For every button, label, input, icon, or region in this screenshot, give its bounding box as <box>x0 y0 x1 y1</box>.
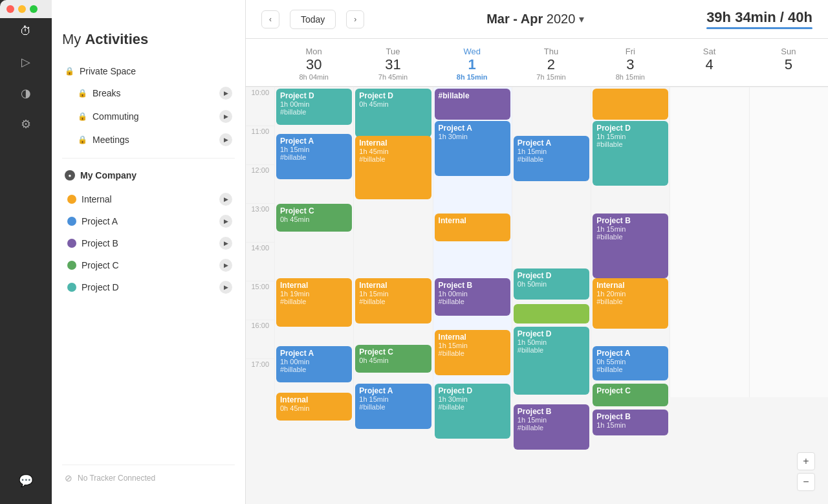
company-label: My Company <box>80 170 136 181</box>
company-icon: ● <box>65 170 75 181</box>
project-d[interactable]: Project D ▶ <box>62 276 235 298</box>
project-c-label: Project C <box>82 260 214 270</box>
today-button[interactable]: Today <box>290 10 336 29</box>
zoom-out-button[interactable]: − <box>797 473 815 491</box>
day-col-sun <box>749 87 828 397</box>
project-c[interactable]: Project C ▶ <box>62 254 235 276</box>
commuting-item[interactable]: 🔒 Commuting ▶ <box>62 105 235 128</box>
day-col-mon: Project D 1h 00min #billable Project A 1… <box>274 87 353 397</box>
day-header-tue: Tue 31 7h 45min <box>353 39 432 86</box>
event-thu-project-b[interactable]: Project B 1h 15min #billable <box>514 404 589 450</box>
breaks-label: Breaks <box>93 88 214 98</box>
project-b[interactable]: Project B ▶ <box>62 232 235 254</box>
event-tue-project-a[interactable]: Project A 1h 15min #billable <box>355 384 431 429</box>
event-tue-project-c[interactable]: Project C 0h 45min <box>355 345 431 373</box>
project-a[interactable]: Project A ▶ <box>62 210 235 232</box>
day-col-fri: Project D 1h 15min #billable Project B 1… <box>591 87 670 397</box>
event-mon-internal-1[interactable]: Internal 1h 19min #billable <box>276 278 352 327</box>
event-wed-internal-2[interactable]: Internal 1h 15min #billable <box>435 330 510 375</box>
event-thu-project-d-2[interactable]: Project D 1h 50min #billable <box>514 327 589 395</box>
day-col-thu: Project A 1h 15min #billable Project D 0… <box>512 87 591 397</box>
event-wed-billable[interactable]: #billable <box>435 89 510 120</box>
event-mon-internal-2[interactable]: Internal 0h 45min <box>276 393 352 421</box>
event-thu-lime[interactable] <box>514 304 589 323</box>
event-tue-project-d[interactable]: Project D 0h 45min <box>355 89 431 137</box>
event-wed-internal[interactable]: Internal <box>435 214 510 241</box>
sidebar-item-timer[interactable]: ⏱ <box>13 18 39 44</box>
event-fri-internal[interactable]: Internal 1h 20min #billable <box>593 278 668 329</box>
day-col-sat <box>670 87 748 397</box>
panel-title: My Activities <box>62 31 235 48</box>
project-a-label: Project A <box>82 216 214 226</box>
breaks-item[interactable]: 🔒 Breaks ▶ <box>62 82 235 105</box>
event-mon-project-c[interactable]: Project C 0h 45min <box>276 204 352 232</box>
event-mon-project-d[interactable]: Project D 1h 00min #billable <box>276 89 352 125</box>
event-thu-project-d-1[interactable]: Project D 0h 50min <box>514 268 589 300</box>
event-fri-project-c[interactable]: Project C <box>593 384 668 406</box>
project-b-chevron[interactable]: ▶ <box>219 237 232 250</box>
event-thu-project-a[interactable]: Project A 1h 15min #billable <box>514 136 589 181</box>
calendar: Mon 30 8h 04min Tue 31 7h 45min Wed 1 8h… <box>246 39 828 504</box>
event-mon-project-a[interactable]: Project A 1h 15min #billable <box>276 134 352 179</box>
minimize-button[interactable] <box>18 5 26 13</box>
sidebar-item-chart[interactable]: ◑ <box>13 80 39 106</box>
day-header-sun: Sun 5 <box>749 39 828 86</box>
zoom-in-button[interactable]: + <box>797 452 815 470</box>
project-d-label: Project D <box>82 282 214 292</box>
project-internal[interactable]: Internal ▶ <box>62 188 235 210</box>
company-header: ● My Company <box>62 165 235 186</box>
breaks-chevron[interactable]: ▶ <box>219 87 232 100</box>
event-fri-project-d[interactable]: Project D 1h 15min #billable <box>593 121 668 186</box>
day-header-fri: Fri 3 8h 15min <box>591 39 670 86</box>
internal-chevron[interactable]: ▶ <box>219 193 232 206</box>
project-a-dot <box>67 217 76 226</box>
close-button[interactable] <box>6 5 14 13</box>
lock-icon: 🔒 <box>65 67 74 76</box>
sidebar-item-shape[interactable]: ▷ <box>13 49 39 75</box>
event-fri-project-b-2[interactable]: Project B 1h 15min <box>593 410 668 435</box>
time-col: 10:00 11:00 12:00 13:00 14:00 15:00 16:0… <box>246 87 274 504</box>
day-header-thu: Thu 2 7h 15min <box>512 39 591 86</box>
event-wed-project-b[interactable]: Project B 1h 00min #billable <box>435 278 510 316</box>
project-b-label: Project B <box>82 238 214 248</box>
internal-dot <box>67 195 76 204</box>
time-summary: 39h 34min / 40h <box>706 9 812 29</box>
meetings-item[interactable]: 🔒 Meetings ▶ <box>62 128 235 151</box>
project-d-chevron[interactable]: ▶ <box>219 281 232 294</box>
internal-label: Internal <box>82 194 214 204</box>
divider <box>62 158 235 159</box>
event-fri-orange-top[interactable] <box>593 89 668 120</box>
event-fri-project-b[interactable]: Project B 1h 15min #billable <box>593 214 668 278</box>
prev-button[interactable]: ‹ <box>261 10 279 28</box>
private-space-header[interactable]: 🔒 Private Space <box>62 61 235 82</box>
zoom-controls: + − <box>797 452 815 491</box>
event-tue-internal-2[interactable]: Internal 1h 15min #billable <box>355 278 431 323</box>
event-wed-project-d[interactable]: Project D 1h 30min #billable <box>435 384 510 439</box>
day-header-wed: Wed 1 8h 15min <box>433 39 512 86</box>
lock-icon-meetings: 🔒 <box>78 135 87 144</box>
event-tue-internal[interactable]: Internal 1h 45min #billable <box>355 136 431 199</box>
commuting-chevron[interactable]: ▶ <box>219 110 232 123</box>
meetings-label: Meetings <box>93 135 214 145</box>
top-bar: ‹ Today › Mar - Apr 2020 ▾ 39h 34min / 4… <box>246 0 828 39</box>
maximize-button[interactable] <box>30 5 38 13</box>
time-col-header <box>246 39 274 86</box>
sidebar-item-settings[interactable]: ⚙ <box>13 111 39 137</box>
private-space-label: Private Space <box>80 66 232 76</box>
lock-icon-commuting: 🔒 <box>78 112 87 121</box>
event-wed-project-a[interactable]: Project A 1h 30min <box>435 121 510 176</box>
event-fri-project-a[interactable]: Project A 0h 55min #billable <box>593 346 668 380</box>
project-c-chevron[interactable]: ▶ <box>219 259 232 272</box>
date-dropdown[interactable]: ▾ <box>579 13 584 25</box>
project-d-dot <box>67 283 76 292</box>
sidebar-item-help[interactable]: 💬 <box>13 468 39 494</box>
sidebar: ⏱ ▷ ◑ ⚙ 💬 <box>0 0 52 504</box>
day-col-tue: Project D 0h 45min Internal 1h 45min #bi… <box>353 87 432 397</box>
event-mon-project-a-2[interactable]: Project A 1h 00min #billable <box>276 346 352 382</box>
project-a-chevron[interactable]: ▶ <box>219 215 232 228</box>
time-underline <box>706 27 812 29</box>
lock-icon-breaks: 🔒 <box>78 89 87 98</box>
next-button[interactable]: › <box>346 10 364 28</box>
meetings-chevron[interactable]: ▶ <box>219 133 232 146</box>
tracker-icon: ⊘ <box>65 473 72 483</box>
